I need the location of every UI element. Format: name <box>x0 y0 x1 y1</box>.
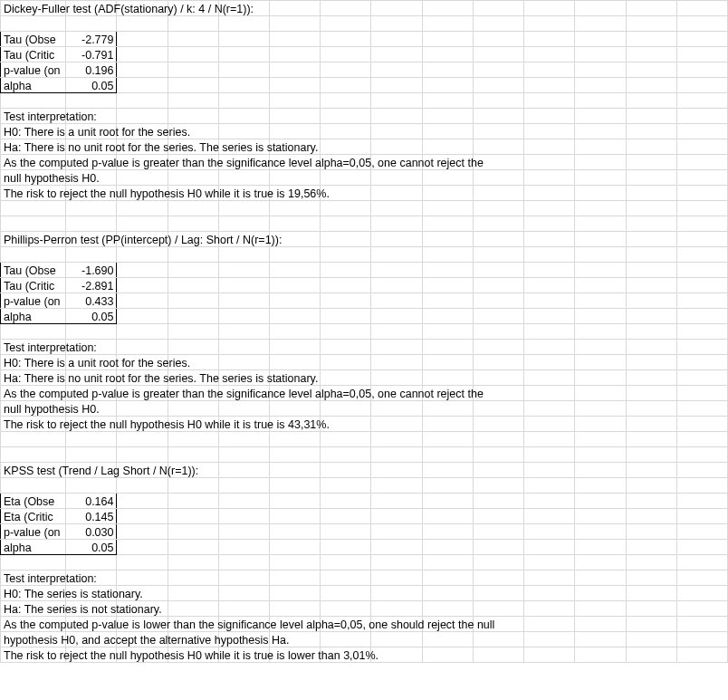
cell[interactable] <box>422 571 473 586</box>
cell[interactable] <box>422 509 473 524</box>
cell[interactable] <box>218 78 269 93</box>
cell[interactable] <box>117 201 168 216</box>
cell[interactable] <box>473 340 523 355</box>
cell[interactable] <box>473 247 523 263</box>
cell[interactable] <box>168 586 218 601</box>
cell[interactable] <box>270 16 321 32</box>
cell[interactable] <box>371 417 422 432</box>
cell[interactable] <box>321 139 371 155</box>
cell[interactable] <box>422 232 473 247</box>
cell[interactable] <box>524 186 575 201</box>
cell[interactable] <box>321 586 371 601</box>
cell[interactable] <box>270 247 321 263</box>
cell[interactable] <box>66 432 117 447</box>
cell[interactable] <box>168 93 218 109</box>
cell[interactable] <box>371 632 422 647</box>
cell[interactable] <box>575 601 626 617</box>
cell[interactable] <box>1 16 66 32</box>
cell[interactable] <box>422 463 473 478</box>
cell[interactable] <box>473 109 523 124</box>
cell[interactable] <box>321 278 371 293</box>
cell[interactable] <box>676 432 727 447</box>
cell[interactable] <box>117 540 168 555</box>
cell[interactable] <box>270 78 321 93</box>
cell[interactable] <box>626 401 676 417</box>
cell[interactable] <box>66 324 117 340</box>
cell[interactable] <box>473 632 523 647</box>
stat-label[interactable]: alpha <box>1 540 66 555</box>
cell[interactable] <box>575 540 626 555</box>
cell[interactable] <box>218 170 269 186</box>
cell[interactable] <box>422 586 473 601</box>
stat-label[interactable]: Eta (Obse <box>1 494 66 509</box>
cell[interactable] <box>626 263 676 278</box>
spreadsheet-grid[interactable]: Dickey-Fuller test (ADF(stationary) / k:… <box>0 0 728 663</box>
cell[interactable] <box>117 247 168 263</box>
cell[interactable] <box>371 509 422 524</box>
cell[interactable] <box>473 293 523 309</box>
cell[interactable] <box>626 62 676 78</box>
cell[interactable] <box>321 1 371 16</box>
cell[interactable] <box>422 62 473 78</box>
cell[interactable] <box>218 555 269 571</box>
cell[interactable] <box>524 263 575 278</box>
cell[interactable] <box>575 62 626 78</box>
cell[interactable] <box>422 647 473 663</box>
cell[interactable] <box>473 494 523 509</box>
cell[interactable] <box>575 586 626 601</box>
cell[interactable] <box>626 586 676 601</box>
cell[interactable] <box>321 124 371 139</box>
stat-value[interactable]: 0.433 <box>66 293 117 309</box>
cell[interactable] <box>575 555 626 571</box>
cell[interactable] <box>321 216 371 232</box>
cell[interactable] <box>473 401 523 417</box>
cell[interactable] <box>117 509 168 524</box>
cell[interactable] <box>626 278 676 293</box>
cell[interactable] <box>218 47 269 62</box>
cell[interactable] <box>168 293 218 309</box>
cell[interactable] <box>371 370 422 386</box>
cell[interactable] <box>626 524 676 540</box>
cell[interactable] <box>422 309 473 324</box>
cell[interactable] <box>218 109 269 124</box>
cell[interactable] <box>321 632 371 647</box>
cell[interactable] <box>321 540 371 555</box>
cell[interactable] <box>168 401 218 417</box>
stat-value[interactable]: -2.779 <box>66 32 117 47</box>
cell[interactable] <box>626 32 676 47</box>
cell[interactable] <box>422 340 473 355</box>
cell[interactable] <box>66 555 117 571</box>
cell[interactable] <box>218 478 269 494</box>
cell[interactable] <box>524 478 575 494</box>
cell[interactable] <box>1 324 66 340</box>
cell[interactable] <box>117 62 168 78</box>
cell[interactable] <box>524 247 575 263</box>
cell[interactable] <box>371 355 422 370</box>
interp-header[interactable]: Test interpretation: <box>1 340 66 355</box>
cell[interactable] <box>371 139 422 155</box>
cell[interactable] <box>524 509 575 524</box>
cell[interactable] <box>575 509 626 524</box>
cell[interactable] <box>473 32 523 47</box>
cell[interactable] <box>676 417 727 432</box>
cell[interactable] <box>270 109 321 124</box>
interp-line[interactable]: Ha: There is no unit root for the series… <box>1 139 66 155</box>
cell[interactable] <box>422 432 473 447</box>
cell[interactable] <box>270 201 321 216</box>
cell[interactable] <box>626 632 676 647</box>
cell[interactable] <box>371 263 422 278</box>
cell[interactable] <box>473 78 523 93</box>
cell[interactable] <box>575 632 626 647</box>
cell[interactable] <box>676 386 727 401</box>
cell[interactable] <box>321 463 371 478</box>
cell[interactable] <box>676 324 727 340</box>
cell[interactable] <box>626 463 676 478</box>
cell[interactable] <box>321 555 371 571</box>
cell[interactable] <box>676 494 727 509</box>
interp-line[interactable]: null hypothesis H0. <box>1 170 66 186</box>
cell[interactable] <box>66 16 117 32</box>
cell[interactable] <box>524 632 575 647</box>
cell[interactable] <box>218 124 269 139</box>
cell[interactable] <box>371 571 422 586</box>
cell[interactable] <box>371 232 422 247</box>
